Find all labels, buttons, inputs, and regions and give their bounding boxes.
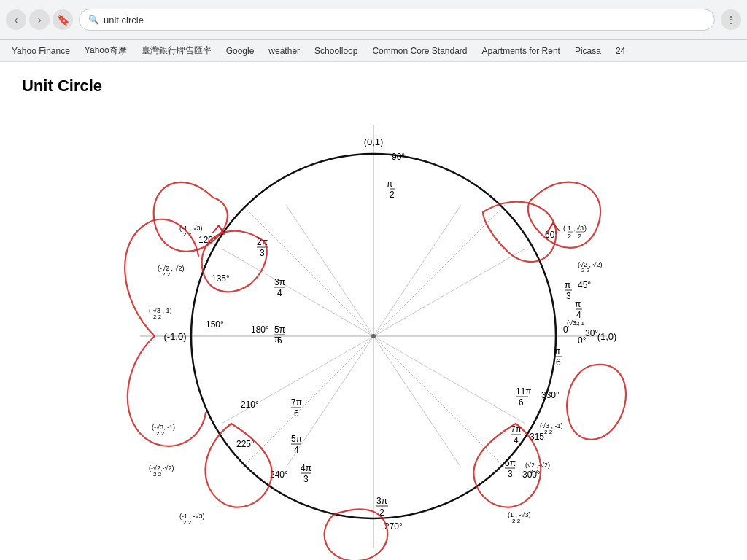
svg-text:135°: 135° [212, 273, 230, 284]
page-title: Unit Circle [22, 77, 725, 96]
svg-text:4π: 4π [301, 463, 311, 473]
bookmark-24[interactable]: 24 [610, 44, 631, 58]
svg-text:240°: 240° [270, 470, 288, 480]
svg-text:2     2: 2 2 [530, 468, 538, 475]
svg-text:45°: 45° [578, 280, 591, 290]
svg-text:6: 6 [277, 335, 282, 346]
svg-text:90°: 90° [392, 152, 405, 162]
svg-text:6: 6 [519, 397, 524, 408]
svg-line-6 [222, 249, 374, 336]
svg-text:4: 4 [514, 435, 519, 446]
bookmark-apartments[interactable]: Apartments for Rent [476, 44, 566, 58]
search-icon: 🔍 [88, 15, 99, 25]
svg-text:5π: 5π [505, 458, 516, 468]
svg-text:3π: 3π [376, 496, 387, 506]
back-button[interactable]: ‹ [6, 9, 26, 30]
svg-text:5π: 5π [274, 324, 285, 335]
svg-text:4: 4 [294, 445, 299, 455]
svg-text:√3: √3 [576, 225, 584, 232]
bookmark-weather[interactable]: weather [263, 44, 306, 58]
svg-text:2    2: 2 2 [162, 271, 171, 278]
unit-circle-diagram: (0,1) (-1,0) (1,0) 90° 0 0° 180° π 270° … [111, 103, 636, 560]
svg-text:,: , [573, 225, 576, 232]
svg-text:6: 6 [294, 408, 299, 419]
svg-text:4: 4 [277, 288, 282, 298]
svg-text:150°: 150° [206, 319, 224, 330]
svg-text:3: 3 [566, 291, 571, 301]
svg-text:7π: 7π [291, 397, 302, 408]
svg-text:(: ( [563, 225, 565, 232]
nav-buttons: ‹ › 🔖 [6, 9, 73, 30]
svg-text:π: π [565, 280, 570, 290]
svg-text:(√3: (√3 [567, 319, 576, 327]
svg-text:3: 3 [260, 248, 265, 258]
svg-line-5 [374, 336, 461, 467]
svg-text:3: 3 [303, 474, 309, 484]
svg-line-10 [374, 205, 505, 336]
bookmark-taiwan-bank[interactable]: 臺灣銀行牌告匯率 [136, 42, 217, 59]
bookmarks-bar: Yahoo Finance Yahoo奇摩 臺灣銀行牌告匯率 Google we… [0, 40, 747, 62]
svg-text:2    2: 2 2 [544, 429, 553, 435]
svg-text:π: π [575, 299, 581, 309]
svg-text:3: 3 [508, 469, 513, 479]
bookmark-google[interactable]: Google [220, 44, 260, 58]
svg-text:2: 2 [390, 190, 395, 200]
svg-text:π: π [554, 346, 560, 357]
forward-button[interactable]: › [29, 9, 50, 30]
svg-text:3π: 3π [274, 277, 285, 287]
menu-button[interactable]: ⋮ [721, 9, 741, 30]
address-text: unit circle [104, 15, 144, 26]
svg-text:2     2: 2 2 [183, 519, 192, 526]
address-bar[interactable]: 🔍 unit circle [79, 9, 715, 31]
svg-text:2     2: 2 2 [512, 518, 521, 524]
svg-text:2: 2 [576, 320, 580, 327]
svg-text:6: 6 [556, 357, 561, 368]
svg-text:5π: 5π [291, 434, 302, 444]
svg-text:2    2: 2 2 [156, 430, 165, 437]
svg-text:180°: 180° [251, 324, 269, 335]
bookmark-schoolloop[interactable]: Schoolloop [309, 44, 363, 58]
main-content: Unit Circle (0,1) [0, 62, 747, 560]
svg-text:): ) [584, 225, 587, 232]
bookmark-button[interactable]: 🔖 [53, 9, 73, 30]
svg-text:11π: 11π [516, 386, 532, 397]
svg-text:(1,0): (1,0) [597, 331, 617, 342]
svg-text:π: π [387, 179, 392, 189]
svg-text:210°: 210° [241, 400, 259, 410]
bookmark-picasa[interactable]: Picasa [569, 44, 607, 58]
svg-text:330°: 330° [541, 390, 560, 400]
svg-line-4 [374, 336, 525, 424]
svg-text:(0,1): (0,1) [364, 136, 384, 147]
svg-text:2: 2 [568, 233, 571, 240]
svg-text:2    2: 2 2 [153, 314, 162, 320]
svg-text:225°: 225° [236, 439, 255, 449]
svg-line-2 [374, 249, 525, 336]
svg-line-7 [286, 205, 374, 336]
browser-chrome: ‹ › 🔖 🔍 unit circle ⋮ [0, 0, 747, 40]
svg-line-3 [374, 205, 461, 336]
svg-text:2    2: 2 2 [153, 471, 162, 478]
svg-text:1: 1 [568, 225, 571, 232]
svg-text:2    2: 2 2 [581, 267, 590, 273]
svg-point-15 [371, 334, 376, 338]
svg-text:2: 2 [578, 233, 581, 240]
svg-text:30°: 30° [585, 328, 598, 338]
bookmark-common-core[interactable]: Common Core Standard [366, 44, 473, 58]
bookmark-yahoo-tw[interactable]: Yahoo奇摩 [79, 42, 133, 59]
bookmark-yahoo-finance[interactable]: Yahoo Finance [6, 44, 76, 58]
svg-text:4: 4 [576, 310, 581, 320]
svg-text:(-1,0): (-1,0) [163, 331, 186, 342]
